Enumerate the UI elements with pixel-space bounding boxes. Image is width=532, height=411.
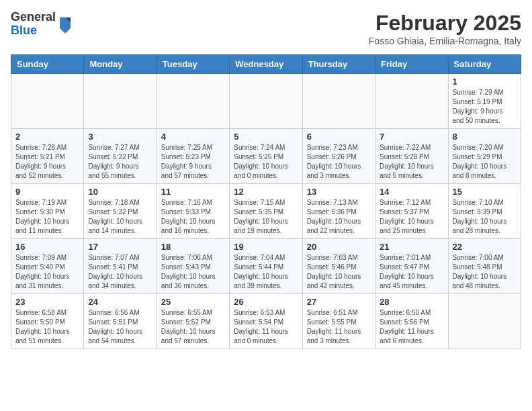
calendar-cell: 1Sunrise: 7:29 AM Sunset: 5:19 PM Daylig… xyxy=(448,74,521,129)
week-row-1: 2Sunrise: 7:28 AM Sunset: 5:21 PM Daylig… xyxy=(11,129,521,184)
calendar-cell: 8Sunrise: 7:20 AM Sunset: 5:29 PM Daylig… xyxy=(448,129,521,184)
day-number: 9 xyxy=(15,187,79,197)
week-row-3: 16Sunrise: 7:09 AM Sunset: 5:40 PM Dayli… xyxy=(11,239,521,294)
day-info: Sunrise: 7:23 AM Sunset: 5:26 PM Dayligh… xyxy=(307,143,371,181)
day-info: Sunrise: 7:03 AM Sunset: 5:46 PM Dayligh… xyxy=(307,253,371,291)
day-number: 25 xyxy=(161,297,225,307)
header-tuesday: Tuesday xyxy=(157,55,229,74)
day-info: Sunrise: 7:20 AM Sunset: 5:29 PM Dayligh… xyxy=(453,143,517,181)
week-row-0: 1Sunrise: 7:29 AM Sunset: 5:19 PM Daylig… xyxy=(11,74,521,129)
day-number: 6 xyxy=(307,132,371,142)
day-info: Sunrise: 7:24 AM Sunset: 5:25 PM Dayligh… xyxy=(234,143,298,181)
header-friday: Friday xyxy=(375,55,448,74)
day-number: 13 xyxy=(307,187,371,197)
calendar-cell: 28Sunrise: 6:50 AM Sunset: 5:56 PM Dayli… xyxy=(375,294,448,349)
day-number: 27 xyxy=(307,297,371,307)
day-number: 20 xyxy=(307,242,371,252)
day-number: 18 xyxy=(161,242,225,252)
day-number: 1 xyxy=(453,77,517,87)
day-number: 7 xyxy=(380,132,443,142)
day-info: Sunrise: 7:01 AM Sunset: 5:47 PM Dayligh… xyxy=(380,253,443,291)
day-info: Sunrise: 7:22 AM Sunset: 5:28 PM Dayligh… xyxy=(380,143,443,181)
calendar-cell: 23Sunrise: 6:58 AM Sunset: 5:50 PM Dayli… xyxy=(11,294,84,349)
weekday-header-row: Sunday Monday Tuesday Wednesday Thursday… xyxy=(11,55,521,74)
day-info: Sunrise: 6:50 AM Sunset: 5:56 PM Dayligh… xyxy=(380,308,443,346)
day-number: 12 xyxy=(234,187,298,197)
day-info: Sunrise: 7:06 AM Sunset: 5:43 PM Dayligh… xyxy=(161,253,225,291)
day-number: 24 xyxy=(88,297,152,307)
day-info: Sunrise: 7:27 AM Sunset: 5:22 PM Dayligh… xyxy=(88,143,152,181)
day-info: Sunrise: 6:51 AM Sunset: 5:55 PM Dayligh… xyxy=(307,308,371,346)
day-number: 3 xyxy=(88,132,152,142)
calendar-cell: 10Sunrise: 7:18 AM Sunset: 5:32 PM Dayli… xyxy=(84,184,157,239)
logo-text: General Blue xyxy=(11,11,56,38)
calendar-cell: 20Sunrise: 7:03 AM Sunset: 5:46 PM Dayli… xyxy=(302,239,375,294)
calendar-cell xyxy=(375,74,448,129)
day-info: Sunrise: 7:29 AM Sunset: 5:19 PM Dayligh… xyxy=(453,88,517,126)
calendar-cell: 4Sunrise: 7:25 AM Sunset: 5:23 PM Daylig… xyxy=(157,129,229,184)
day-info: Sunrise: 7:16 AM Sunset: 5:33 PM Dayligh… xyxy=(161,198,225,236)
logo: General Blue xyxy=(11,11,73,38)
day-info: Sunrise: 7:15 AM Sunset: 5:35 PM Dayligh… xyxy=(234,198,298,236)
day-number: 28 xyxy=(380,297,443,307)
calendar-cell xyxy=(448,294,521,349)
calendar-cell xyxy=(302,74,375,129)
logo-blue: Blue xyxy=(11,24,56,38)
day-number: 15 xyxy=(453,187,517,197)
logo-icon xyxy=(57,15,73,34)
day-number: 11 xyxy=(161,187,225,197)
day-info: Sunrise: 7:04 AM Sunset: 5:44 PM Dayligh… xyxy=(234,253,298,291)
day-number: 19 xyxy=(234,242,298,252)
day-info: Sunrise: 7:25 AM Sunset: 5:23 PM Dayligh… xyxy=(161,143,225,181)
day-number: 4 xyxy=(161,132,225,142)
week-row-2: 9Sunrise: 7:19 AM Sunset: 5:30 PM Daylig… xyxy=(11,184,521,239)
calendar-cell xyxy=(230,74,302,129)
day-info: Sunrise: 6:56 AM Sunset: 5:51 PM Dayligh… xyxy=(88,308,152,346)
day-number: 10 xyxy=(88,187,152,197)
calendar-cell: 19Sunrise: 7:04 AM Sunset: 5:44 PM Dayli… xyxy=(230,239,302,294)
calendar-cell: 3Sunrise: 7:27 AM Sunset: 5:22 PM Daylig… xyxy=(84,129,157,184)
calendar-cell: 14Sunrise: 7:12 AM Sunset: 5:37 PM Dayli… xyxy=(375,184,448,239)
calendar-cell xyxy=(11,74,84,129)
calendar-cell: 24Sunrise: 6:56 AM Sunset: 5:51 PM Dayli… xyxy=(84,294,157,349)
day-number: 2 xyxy=(15,132,79,142)
day-number: 16 xyxy=(15,242,79,252)
day-number: 14 xyxy=(380,187,443,197)
calendar-cell: 12Sunrise: 7:15 AM Sunset: 5:35 PM Dayli… xyxy=(230,184,302,239)
calendar: Sunday Monday Tuesday Wednesday Thursday… xyxy=(11,54,521,349)
calendar-cell: 9Sunrise: 7:19 AM Sunset: 5:30 PM Daylig… xyxy=(11,184,84,239)
header: General Blue February 2025 Fosso Ghiaia,… xyxy=(11,11,521,46)
day-info: Sunrise: 7:19 AM Sunset: 5:30 PM Dayligh… xyxy=(15,198,79,236)
calendar-cell: 22Sunrise: 7:00 AM Sunset: 5:48 PM Dayli… xyxy=(448,239,521,294)
calendar-cell: 7Sunrise: 7:22 AM Sunset: 5:28 PM Daylig… xyxy=(375,129,448,184)
calendar-cell: 11Sunrise: 7:16 AM Sunset: 5:33 PM Dayli… xyxy=(157,184,229,239)
day-info: Sunrise: 6:58 AM Sunset: 5:50 PM Dayligh… xyxy=(15,308,79,346)
calendar-cell: 21Sunrise: 7:01 AM Sunset: 5:47 PM Dayli… xyxy=(375,239,448,294)
day-info: Sunrise: 7:18 AM Sunset: 5:32 PM Dayligh… xyxy=(88,198,152,236)
calendar-cell: 25Sunrise: 6:55 AM Sunset: 5:52 PM Dayli… xyxy=(157,294,229,349)
day-number: 21 xyxy=(380,242,443,252)
day-number: 5 xyxy=(234,132,298,142)
week-row-4: 23Sunrise: 6:58 AM Sunset: 5:50 PM Dayli… xyxy=(11,294,521,349)
logo-general: General xyxy=(11,11,56,24)
day-info: Sunrise: 7:00 AM Sunset: 5:48 PM Dayligh… xyxy=(453,253,517,291)
calendar-cell: 27Sunrise: 6:51 AM Sunset: 5:55 PM Dayli… xyxy=(302,294,375,349)
calendar-cell: 15Sunrise: 7:10 AM Sunset: 5:39 PM Dayli… xyxy=(448,184,521,239)
day-number: 17 xyxy=(88,242,152,252)
location-title: Fosso Ghiaia, Emilia-Romagna, Italy xyxy=(369,36,521,46)
day-number: 8 xyxy=(453,132,517,142)
day-info: Sunrise: 7:28 AM Sunset: 5:21 PM Dayligh… xyxy=(15,143,79,181)
day-info: Sunrise: 6:55 AM Sunset: 5:52 PM Dayligh… xyxy=(161,308,225,346)
day-info: Sunrise: 7:10 AM Sunset: 5:39 PM Dayligh… xyxy=(453,198,517,236)
header-thursday: Thursday xyxy=(302,55,375,74)
day-number: 23 xyxy=(15,297,79,307)
calendar-cell: 18Sunrise: 7:06 AM Sunset: 5:43 PM Dayli… xyxy=(157,239,229,294)
calendar-cell xyxy=(157,74,229,129)
day-info: Sunrise: 7:07 AM Sunset: 5:41 PM Dayligh… xyxy=(88,253,152,291)
header-saturday: Saturday xyxy=(448,55,521,74)
calendar-cell: 17Sunrise: 7:07 AM Sunset: 5:41 PM Dayli… xyxy=(84,239,157,294)
title-area: February 2025 Fosso Ghiaia, Emilia-Romag… xyxy=(369,11,521,46)
day-info: Sunrise: 7:12 AM Sunset: 5:37 PM Dayligh… xyxy=(380,198,443,236)
calendar-cell: 26Sunrise: 6:53 AM Sunset: 5:54 PM Dayli… xyxy=(230,294,302,349)
calendar-cell: 16Sunrise: 7:09 AM Sunset: 5:40 PM Dayli… xyxy=(11,239,84,294)
